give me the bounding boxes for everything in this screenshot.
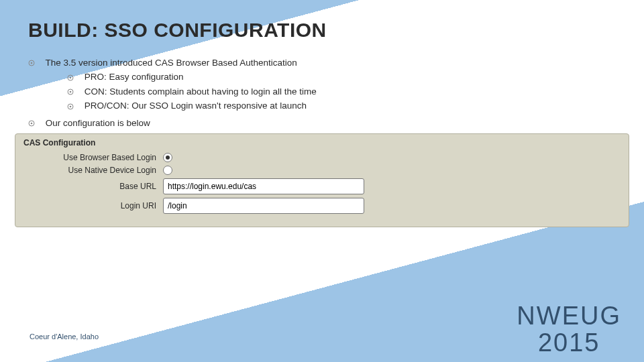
- cas-config-panel: CAS Configuration Use Browser Based Logi…: [15, 133, 629, 227]
- input-base-url[interactable]: [163, 178, 364, 194]
- footer-event-name: NWEUG: [517, 303, 621, 330]
- sub-bullet-item: CON: Students complain about having to l…: [67, 86, 616, 97]
- panel-heading: CAS Configuration: [22, 138, 622, 147]
- bullet-list: The 3.5 version introduced CAS Browser B…: [28, 58, 616, 128]
- radio-browser-login[interactable]: [163, 153, 172, 162]
- label-native-login: Use Native Device Login: [22, 166, 163, 175]
- bullet-icon: [28, 119, 38, 128]
- bullet-icon: [67, 87, 76, 97]
- svg-point-7: [70, 105, 72, 107]
- radio-native-login[interactable]: [163, 166, 172, 175]
- sub-bullet-item: PRO: Easy configuration: [67, 72, 616, 82]
- bullet-text: Our configuration is below: [46, 118, 150, 128]
- svg-point-5: [70, 91, 72, 93]
- bullet-icon: [67, 102, 76, 111]
- bullet-icon: [67, 73, 76, 82]
- label-login-uri: Login URI: [22, 201, 163, 210]
- svg-point-9: [31, 123, 33, 125]
- input-login-uri[interactable]: [163, 198, 364, 214]
- footer-location: Coeur d'Alene, Idaho: [30, 333, 99, 341]
- bullet-icon: [28, 58, 38, 68]
- footer-event-year: 2015: [517, 330, 621, 357]
- sub-bullet-text: PRO: Easy configuration: [85, 72, 184, 82]
- bullet-text: The 3.5 version introduced CAS Browser B…: [46, 58, 297, 68]
- footer-event: NWEUG 2015: [517, 303, 621, 357]
- slide-title: BUILD: SSO CONFIGURATION: [28, 19, 616, 42]
- sub-bullet-item: PRO/CON: Our SSO Login wasn't responsive…: [67, 101, 616, 111]
- bullet-item: The 3.5 version introduced CAS Browser B…: [28, 58, 616, 111]
- svg-point-1: [31, 62, 33, 64]
- sub-bullet-text: PRO/CON: Our SSO Login wasn't responsive…: [85, 101, 307, 111]
- label-browser-login: Use Browser Based Login: [22, 153, 163, 162]
- sub-bullet-text: CON: Students complain about having to l…: [85, 86, 317, 97]
- bullet-item: Our configuration is below: [28, 118, 616, 128]
- label-base-url: Base URL: [22, 182, 163, 191]
- svg-point-3: [70, 77, 72, 79]
